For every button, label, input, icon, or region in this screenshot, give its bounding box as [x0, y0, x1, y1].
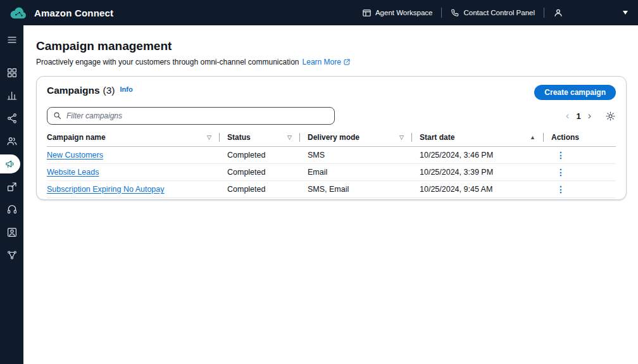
- external-link-icon: [343, 58, 351, 66]
- filter-campaigns-input[interactable]: [47, 107, 335, 125]
- delivery-mode-cell: SMS: [300, 151, 412, 160]
- table-settings-button[interactable]: [605, 111, 616, 122]
- campaign-name-cell: New Customers: [47, 151, 220, 160]
- user-menu-button[interactable]: [553, 8, 563, 18]
- table-row: New Customers Completed SMS 10/25/2024, …: [47, 147, 616, 164]
- pagination-prev-icon[interactable]: ‹: [566, 110, 569, 122]
- brand-name: Amazon Connect: [34, 8, 113, 18]
- search-icon: [53, 111, 62, 120]
- table-row: Subscription Expiring No Autopay Complet…: [47, 181, 616, 198]
- phone-icon: [451, 8, 460, 17]
- campaign-name-cell: Subscription Expiring No Autopay: [47, 185, 220, 194]
- learn-more-label: Learn More: [303, 58, 341, 66]
- column-header-campaign-name[interactable]: Campaign name ▽: [47, 133, 220, 142]
- column-label: Campaign name: [47, 133, 106, 142]
- filter-field: [47, 107, 335, 125]
- learn-more-link[interactable]: Learn More: [303, 58, 351, 66]
- contact-control-panel-link[interactable]: Contact Control Panel: [451, 8, 535, 17]
- sidebar-item-contacts[interactable]: [0, 223, 23, 242]
- hamburger-menu-icon: [6, 34, 18, 46]
- routing-share-icon: [6, 113, 18, 124]
- column-label: Start date: [420, 133, 454, 142]
- pagination: ‹ 1 ›: [566, 110, 591, 122]
- column-header-start-date[interactable]: Start date ▲: [412, 133, 544, 142]
- contact-card-icon: [6, 227, 18, 238]
- topnav-divider: [441, 8, 442, 18]
- campaign-link[interactable]: New Customers: [47, 151, 103, 160]
- campaigns-count: (3): [103, 85, 115, 96]
- sort-ascending-icon: ▲: [530, 134, 535, 141]
- start-date-cell: 10/25/2024, 3:39 PM: [412, 168, 544, 177]
- agent-workspace-label: Agent Workspace: [375, 9, 433, 16]
- column-header-actions: Actions: [544, 133, 616, 142]
- page-subtitle-text: Proactively engage with your customers t…: [36, 58, 299, 66]
- filter-caret-icon: ▽: [287, 134, 292, 141]
- column-label: Status: [227, 133, 251, 142]
- column-header-status[interactable]: Status ▽: [220, 133, 300, 142]
- column-header-delivery-mode[interactable]: Delivery mode ▽: [300, 133, 412, 142]
- headset-icon: [6, 204, 18, 215]
- topnav-divider: [544, 8, 544, 18]
- campaigns-card: Campaigns (3) Info Create campaign ‹: [36, 76, 627, 200]
- dashboard-grid-icon: [6, 67, 18, 78]
- topnav: Agent Workspace Contact Control Panel: [362, 8, 628, 18]
- gear-icon: [605, 111, 616, 122]
- campaign-name-cell: Website Leads: [47, 168, 220, 177]
- left-sidebar: [0, 25, 23, 364]
- sidebar-item-integrations[interactable]: [0, 246, 23, 265]
- main-content: Campaign management Proactively engage w…: [23, 25, 638, 364]
- campaigns-card-title: Campaigns: [47, 85, 100, 96]
- contact-control-panel-label: Contact Control Panel: [463, 9, 535, 16]
- brand-home-link[interactable]: Amazon Connect: [9, 6, 113, 20]
- page-title: Campaign management: [36, 39, 627, 53]
- table-row: Website Leads Completed Email 10/25/2024…: [47, 164, 616, 181]
- status-cell: Completed: [220, 168, 300, 177]
- actions-cell: ⋮: [544, 185, 616, 194]
- campaign-link[interactable]: Website Leads: [47, 168, 99, 177]
- sidebar-item-agent-tools[interactable]: [0, 200, 23, 219]
- bar-chart-icon: [6, 90, 18, 101]
- campaign-megaphone-icon: [4, 158, 16, 170]
- pagination-page-1[interactable]: 1: [576, 111, 580, 121]
- users-icon: [6, 135, 18, 147]
- network-nodes-icon: [6, 249, 18, 261]
- start-date-cell: 10/25/2024, 3:46 PM: [412, 151, 544, 160]
- filter-caret-icon: ▽: [207, 134, 211, 141]
- row-actions-menu-icon[interactable]: ⋮: [556, 185, 565, 194]
- agent-workspace-link[interactable]: Agent Workspace: [362, 8, 433, 18]
- account-dropdown-caret-icon[interactable]: [623, 11, 628, 17]
- delivery-mode-cell: Email: [300, 168, 412, 177]
- page-subtitle: Proactively engage with your customers t…: [36, 58, 627, 66]
- box-arrow-out-icon: [6, 181, 18, 192]
- row-actions-menu-icon[interactable]: ⋮: [556, 151, 565, 160]
- campaign-link[interactable]: Subscription Expiring No Autopay: [47, 185, 165, 194]
- pagination-next-icon[interactable]: ›: [588, 110, 591, 122]
- delivery-mode-cell: SMS, Email: [300, 185, 412, 194]
- sidebar-menu-toggle[interactable]: [0, 30, 23, 49]
- amazon-connect-logo-icon: [9, 6, 28, 20]
- workspace-icon: [362, 8, 372, 18]
- actions-cell: ⋮: [544, 151, 616, 160]
- start-date-cell: 10/25/2024, 9:45 AM: [412, 185, 544, 194]
- table-header-row: Campaign name ▽ Status ▽ Delivery mode ▽…: [47, 133, 616, 147]
- sidebar-item-users[interactable]: [0, 132, 23, 151]
- info-link[interactable]: Info: [120, 85, 133, 93]
- sidebar-item-campaigns[interactable]: [0, 154, 20, 173]
- column-label: Actions: [551, 133, 579, 142]
- filter-caret-icon: ▽: [399, 134, 404, 141]
- sidebar-item-outbound[interactable]: [0, 177, 23, 196]
- sidebar-item-metrics[interactable]: [0, 86, 23, 105]
- create-campaign-button[interactable]: Create campaign: [534, 85, 616, 100]
- user-icon: [553, 8, 563, 18]
- status-cell: Completed: [220, 185, 300, 194]
- row-actions-menu-icon[interactable]: ⋮: [556, 168, 565, 177]
- status-cell: Completed: [220, 151, 300, 160]
- sidebar-item-routing[interactable]: [0, 109, 23, 128]
- column-label: Delivery mode: [308, 133, 360, 142]
- amazon-connect-app: Amazon Connect Agent Workspace Contact C…: [0, 0, 638, 364]
- sidebar-item-dashboard[interactable]: [0, 63, 23, 82]
- actions-cell: ⋮: [544, 168, 616, 177]
- top-navigation-bar: Amazon Connect Agent Workspace Contact C…: [0, 0, 638, 25]
